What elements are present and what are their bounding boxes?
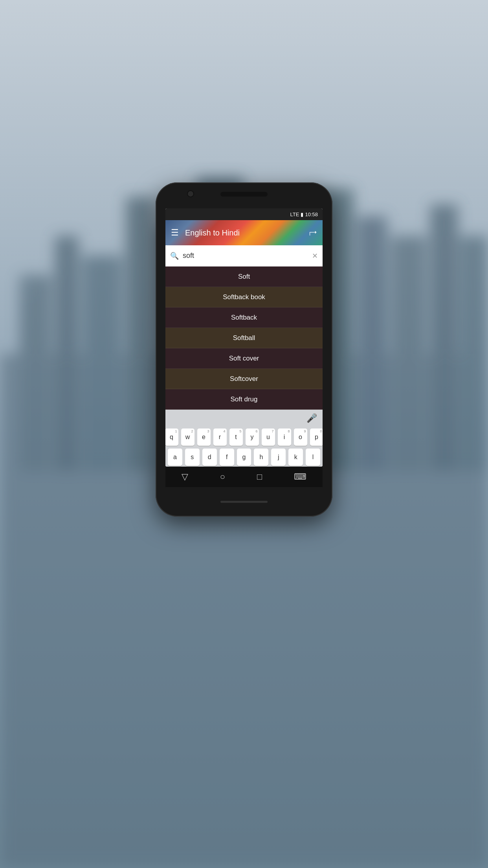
result-item-text: Softcover [230, 375, 258, 383]
home-nav-button[interactable]: ○ [220, 472, 225, 482]
svg-rect-16 [31, 283, 35, 287]
share-icon[interactable]: ⮣ [309, 228, 317, 237]
phone-speaker [220, 192, 268, 197]
key-f[interactable]: f [220, 449, 234, 466]
svg-rect-12 [391, 236, 426, 472]
key-y[interactable]: 6y [246, 428, 259, 446]
result-item[interactable]: Soft drug [165, 389, 323, 410]
signal-text: LTE [290, 211, 299, 217]
app-bar: ☰ English to Hindi ⮣ [165, 220, 323, 245]
result-item-text: Softball [233, 334, 255, 342]
result-item-text: Soft drug [231, 395, 258, 403]
phone-camera [187, 190, 194, 197]
svg-rect-4 [83, 256, 122, 472]
status-time: 10:58 [305, 211, 318, 217]
key-w[interactable]: 2w [181, 428, 194, 446]
svg-rect-13 [430, 204, 458, 472]
svg-rect-3 [55, 236, 79, 472]
key-h[interactable]: h [254, 449, 268, 466]
result-item[interactable]: Softcover [165, 369, 323, 389]
key-a[interactable]: a [168, 449, 182, 466]
result-item-text: Soft [238, 273, 250, 281]
results-list: Soft Softback book Softback Softball Sof… [165, 267, 323, 410]
recents-nav-button[interactable]: □ [257, 472, 262, 482]
result-item[interactable]: Softball [165, 328, 323, 348]
svg-rect-5 [126, 197, 153, 472]
keyboard-nav-button[interactable]: ⌨ [294, 472, 306, 482]
hamburger-icon[interactable]: ☰ [171, 228, 179, 237]
key-r[interactable]: 4r [213, 428, 227, 446]
key-g[interactable]: g [237, 449, 251, 466]
key-p[interactable]: 0p [310, 428, 323, 446]
keyboard-top-bar: 🎤 [165, 410, 323, 427]
phone-bottom-nav: ▽ ○ □ ⌨ [165, 467, 323, 487]
key-j[interactable]: j [271, 449, 286, 466]
key-t[interactable]: 5t [229, 428, 243, 446]
app-title: English to Hindi [185, 228, 309, 237]
svg-rect-15 [24, 283, 28, 287]
search-input[interactable] [183, 252, 308, 260]
key-o[interactable]: 9o [294, 428, 307, 446]
svg-rect-17 [24, 295, 28, 299]
clear-icon[interactable]: ✕ [312, 252, 318, 260]
keyboard-area: 🎤 1q 2w 3e 4r 5t 6y 7u 8i [165, 410, 323, 466]
result-item[interactable]: Soft cover [165, 348, 323, 369]
result-item-text: Softback [231, 314, 257, 322]
key-row-1: 1q 2w 3e 4r 5t 6y 7u 8i 9o 0p [168, 428, 320, 446]
keyboard-rows: 1q 2w 3e 4r 5t 6y 7u 8i 9o 0p [165, 427, 323, 466]
phone-bottom-bar [156, 487, 332, 517]
key-k[interactable]: k [288, 449, 303, 466]
key-u[interactable]: 7u [262, 428, 275, 446]
phone-mockup: LTE ▮ 10:58 ☰ English to Hindi ⮣ 🔍 ✕ [156, 182, 332, 517]
phone-screen: LTE ▮ 10:58 ☰ English to Hindi ⮣ 🔍 ✕ [165, 208, 323, 466]
key-s[interactable]: s [185, 449, 200, 466]
result-item-text: Soft cover [229, 355, 259, 362]
svg-rect-14 [460, 236, 488, 472]
phone-top-bar [156, 182, 332, 208]
result-item[interactable]: Softback book [165, 287, 323, 307]
svg-rect-11 [358, 216, 387, 472]
result-item[interactable]: Soft [165, 267, 323, 287]
key-l[interactable]: l [306, 449, 320, 466]
result-item-text: Softback book [223, 293, 265, 301]
svg-rect-2 [20, 275, 51, 472]
search-bar[interactable]: 🔍 ✕ [165, 245, 323, 267]
key-e[interactable]: 3e [197, 428, 211, 446]
back-nav-button[interactable]: ▽ [182, 472, 188, 482]
result-item[interactable]: Softback [165, 307, 323, 328]
search-icon: 🔍 [170, 252, 179, 260]
status-bar: LTE ▮ 10:58 [165, 208, 323, 220]
home-indicator [220, 501, 268, 503]
key-row-2: a s d f g h j k l [168, 449, 320, 466]
battery-icon: ▮ [301, 211, 303, 217]
status-icons: LTE ▮ 10:58 [290, 211, 318, 217]
key-q[interactable]: 1q [165, 428, 178, 446]
mic-icon[interactable]: 🎤 [306, 413, 317, 423]
key-i[interactable]: 8i [278, 428, 291, 446]
key-d[interactable]: d [202, 449, 217, 466]
